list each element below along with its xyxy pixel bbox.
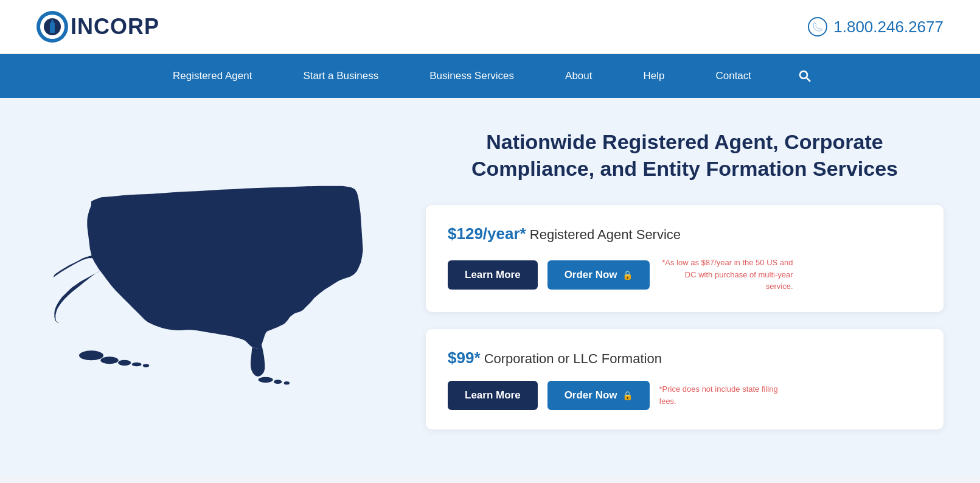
nav-item-contact[interactable]: Contact: [690, 54, 777, 98]
service-price-2: $99*: [448, 349, 481, 367]
main-nav: Registered Agent Start a Business Busine…: [0, 54, 980, 98]
phone-icon: [808, 17, 827, 36]
svg-point-11: [259, 377, 273, 383]
svg-rect-3: [50, 23, 55, 33]
phone-display[interactable]: 1.800.246.2677: [808, 17, 944, 36]
nav-item-business-services[interactable]: Business Services: [404, 54, 540, 98]
service-card-llc-formation: $99* Corporation or LLC Formation Learn …: [426, 329, 944, 429]
nav-item-help[interactable]: Help: [617, 54, 690, 98]
svg-line-5: [807, 78, 810, 82]
service-card-registered-agent: $129/year* Registered Agent Service Lear…: [426, 205, 944, 312]
usa-map-area: [24, 122, 401, 390]
svg-point-10: [143, 364, 150, 367]
service-buttons-1: Learn More Order Now 🔒 *As low as $87/ye…: [448, 257, 922, 293]
service-title-1: $129/year* Registered Agent Service: [448, 224, 922, 243]
nav-item-registered-agent[interactable]: Registered Agent: [147, 54, 277, 98]
disclaimer-2: *Price does not include state filing fee…: [659, 383, 793, 407]
svg-point-8: [118, 360, 131, 366]
disclaimer-1: *As low as $87/year in the 50 US and DC …: [659, 257, 793, 293]
nav-search-button[interactable]: [777, 54, 833, 98]
order-now-button-1[interactable]: Order Now 🔒: [547, 260, 650, 290]
order-now-button-2[interactable]: Order Now 🔒: [547, 381, 650, 410]
logo-icon: [36, 11, 68, 43]
lock-icon-2: 🔒: [622, 391, 633, 400]
learn-more-button-2[interactable]: Learn More: [448, 381, 538, 410]
nav-item-start-business[interactable]: Start a Business: [277, 54, 404, 98]
hero-title: Nationwide Registered Agent, Corporate C…: [426, 128, 944, 182]
service-title-2: $99* Corporation or LLC Formation: [448, 349, 922, 367]
learn-more-button-1[interactable]: Learn More: [448, 260, 538, 290]
service-name-2: Corporation or LLC Formation: [484, 351, 662, 366]
usa-map: [30, 134, 395, 390]
svg-point-12: [274, 380, 282, 384]
svg-point-7: [100, 356, 118, 364]
site-header: INCORP 1.800.246.2677: [0, 0, 980, 54]
service-buttons-2: Learn More Order Now 🔒 *Price does not i…: [448, 381, 922, 410]
service-name-1: Registered Agent Service: [530, 227, 681, 242]
phone-number: 1.800.246.2677: [833, 18, 944, 36]
svg-point-6: [79, 350, 103, 360]
main-content: Nationwide Registered Agent, Corporate C…: [0, 98, 980, 475]
service-price-1: $129/year*: [448, 224, 526, 243]
svg-point-9: [132, 363, 142, 367]
logo[interactable]: INCORP: [36, 11, 159, 43]
lock-icon-1: 🔒: [622, 270, 633, 280]
nav-item-about[interactable]: About: [540, 54, 617, 98]
right-panel: Nationwide Registered Agent, Corporate C…: [426, 122, 944, 429]
svg-point-13: [284, 381, 290, 384]
svg-point-4: [800, 71, 807, 78]
logo-text: INCORP: [71, 14, 159, 40]
